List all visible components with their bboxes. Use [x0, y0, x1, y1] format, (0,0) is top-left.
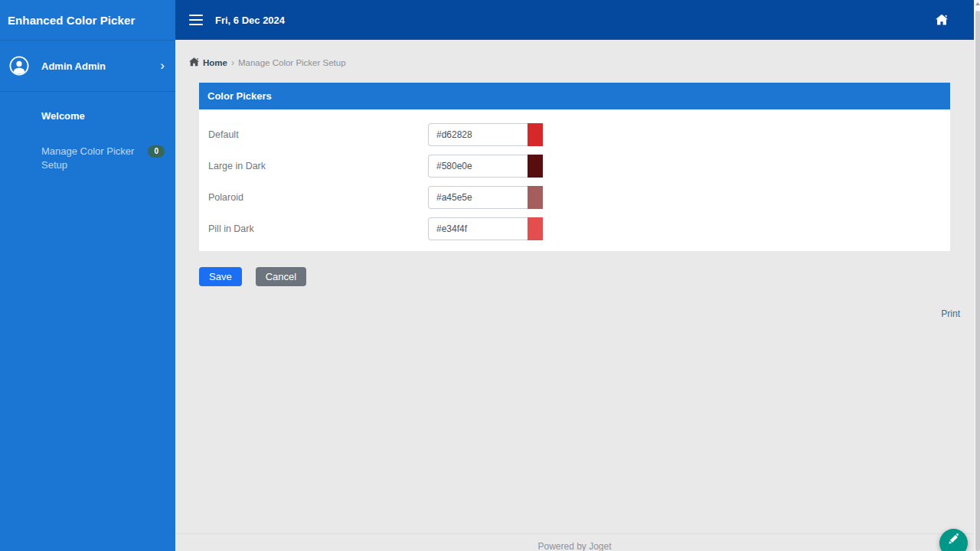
- main-content: Home › Manage Color Picker Setup Color P…: [175, 40, 974, 551]
- chevron-right-icon: ›: [160, 59, 165, 72]
- sidebar-item-manage-color-picker-setup[interactable]: Manage Color Picker Setup 0: [0, 138, 175, 179]
- vertical-scrollbar[interactable]: [974, 0, 980, 551]
- user-menu[interactable]: Admin Admin ›: [0, 41, 175, 92]
- topbar-date: Fri, 6 Dec 2024: [215, 15, 285, 26]
- sidebar-item-label: Welcome: [41, 110, 85, 122]
- color-input-group: [428, 155, 543, 178]
- print-link[interactable]: Print: [941, 308, 960, 319]
- color-swatch-pill-in-dark[interactable]: [528, 217, 543, 240]
- color-input-group: [428, 186, 543, 209]
- panel-body: Default Large in Dark Polaroid: [199, 109, 950, 251]
- form-row-default: Default: [208, 123, 950, 146]
- form-actions: Save Cancel: [199, 267, 950, 286]
- breadcrumb: Home › Manage Color Picker Setup: [175, 40, 974, 70]
- form-row-polaroid: Polaroid: [208, 186, 950, 209]
- topbar: Fri, 6 Dec 2024: [175, 0, 974, 40]
- color-input-group: [428, 217, 543, 240]
- color-hex-input-polaroid[interactable]: [428, 186, 528, 209]
- field-label: Polaroid: [208, 192, 428, 203]
- footer: Powered by Joget: [175, 533, 974, 551]
- panel-title: Color Pickers: [207, 90, 272, 102]
- breadcrumb-home-link[interactable]: Home: [203, 58, 227, 67]
- sidebar-menu: Welcome Manage Color Picker Setup 0: [0, 92, 175, 180]
- print-row: Print: [175, 306, 960, 320]
- home-icon: [189, 57, 199, 67]
- color-hex-input-default[interactable]: [428, 123, 528, 146]
- field-label: Pill in Dark: [208, 223, 428, 234]
- scrollbar-thumb[interactable]: [975, 11, 980, 551]
- color-input-group: [428, 123, 543, 146]
- sidebar-item-label: Manage Color Picker Setup: [41, 145, 134, 171]
- color-hex-input-pill-in-dark[interactable]: [428, 217, 528, 240]
- cancel-button[interactable]: Cancel: [256, 267, 306, 286]
- form-row-pill-in-dark: Pill in Dark: [208, 217, 950, 240]
- form-row-large-in-dark: Large in Dark: [208, 155, 950, 178]
- field-label: Large in Dark: [208, 161, 428, 171]
- color-swatch-large-in-dark[interactable]: [528, 155, 543, 178]
- home-icon[interactable]: [936, 15, 948, 26]
- count-badge: 0: [148, 145, 165, 158]
- save-button[interactable]: Save: [199, 267, 242, 286]
- color-hex-input-large-in-dark[interactable]: [428, 155, 528, 178]
- user-avatar-icon: [9, 56, 29, 76]
- hamburger-menu-icon[interactable]: [189, 11, 203, 28]
- breadcrumb-current: Manage Color Picker Setup: [238, 58, 346, 67]
- user-name: Admin Admin: [41, 60, 106, 72]
- color-pickers-panel: Color Pickers Default Large in Dark Pola…: [199, 83, 950, 251]
- pencil-icon: [947, 533, 960, 549]
- sidebar-header: Enhanced Color Picker: [0, 0, 175, 41]
- field-label: Default: [208, 129, 428, 140]
- breadcrumb-separator: ›: [231, 57, 234, 68]
- edit-fab-button[interactable]: [939, 529, 968, 551]
- scrollbar-up-arrow[interactable]: [975, 2, 980, 5]
- sidebar-item-welcome[interactable]: Welcome: [0, 103, 175, 130]
- app-title: Enhanced Color Picker: [8, 14, 135, 27]
- footer-text: Powered by Joget: [537, 541, 611, 551]
- sidebar: Enhanced Color Picker Admin Admin › Welc…: [0, 0, 175, 551]
- color-swatch-default[interactable]: [528, 123, 543, 146]
- panel-header: Color Pickers: [199, 83, 950, 109]
- color-swatch-polaroid[interactable]: [528, 186, 543, 209]
